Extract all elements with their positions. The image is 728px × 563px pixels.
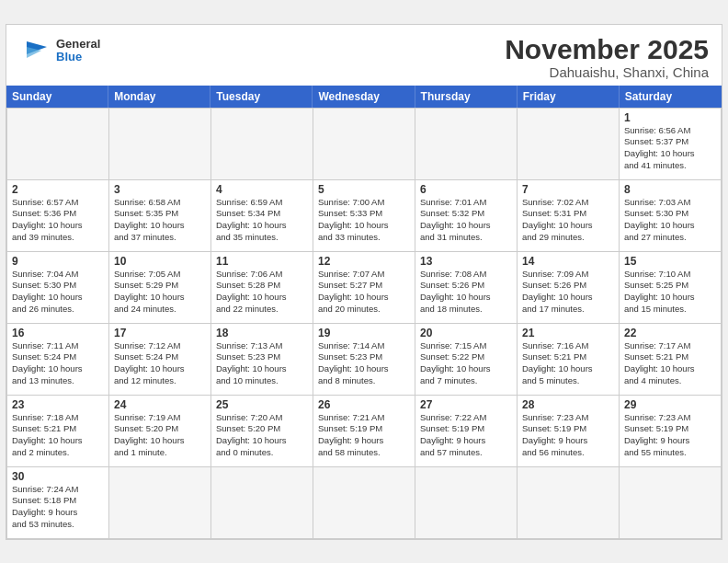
day-number: 2 (12, 183, 104, 196)
month-title: November 2025 (505, 34, 709, 64)
cell-sun-info: Sunrise: 7:23 AM Sunset: 5:19 PM Dayligh… (522, 412, 614, 459)
cell-sun-info: Sunrise: 7:04 AM Sunset: 5:30 PM Dayligh… (12, 269, 104, 316)
day-header-sunday: Sunday (6, 86, 108, 108)
calendar-cell: 22Sunrise: 7:17 AM Sunset: 5:21 PM Dayli… (620, 324, 722, 396)
calendar-cell: 12Sunrise: 7:07 AM Sunset: 5:27 PM Dayli… (313, 252, 415, 324)
day-number: 12 (318, 255, 410, 268)
calendar-cell: 7Sunrise: 7:02 AM Sunset: 5:31 PM Daylig… (518, 180, 620, 252)
day-number: 17 (114, 327, 206, 339)
day-number: 20 (420, 327, 512, 339)
cell-sun-info: Sunrise: 7:09 AM Sunset: 5:26 PM Dayligh… (522, 269, 614, 316)
day-number: 27 (420, 398, 512, 411)
calendar-cell: 18Sunrise: 7:13 AM Sunset: 5:23 PM Dayli… (211, 324, 313, 396)
calendar-cell (313, 467, 415, 539)
calendar-cell: 3Sunrise: 6:58 AM Sunset: 5:35 PM Daylig… (109, 180, 211, 252)
day-number: 5 (318, 183, 410, 196)
calendar-cell (415, 467, 518, 539)
calendar-cell: 6Sunrise: 7:01 AM Sunset: 5:32 PM Daylig… (415, 180, 518, 252)
calendar-cell (109, 467, 211, 539)
day-number: 13 (420, 255, 512, 268)
calendar-cell: 17Sunrise: 7:12 AM Sunset: 5:24 PM Dayli… (109, 324, 211, 396)
cell-sun-info: Sunrise: 7:18 AM Sunset: 5:21 PM Dayligh… (12, 412, 104, 459)
calendar-cell (211, 467, 313, 539)
day-header-saturday: Saturday (620, 86, 722, 108)
cell-sun-info: Sunrise: 7:15 AM Sunset: 5:22 PM Dayligh… (420, 340, 512, 387)
calendar-cell: 21Sunrise: 7:16 AM Sunset: 5:21 PM Dayli… (518, 324, 620, 396)
day-header-thursday: Thursday (415, 86, 518, 108)
day-number: 21 (522, 327, 614, 339)
calendar-cell: 19Sunrise: 7:14 AM Sunset: 5:23 PM Dayli… (313, 324, 415, 396)
calendar-cell: 11Sunrise: 7:06 AM Sunset: 5:28 PM Dayli… (211, 252, 313, 324)
calendar-cell: 20Sunrise: 7:15 AM Sunset: 5:22 PM Dayli… (415, 324, 518, 396)
day-number: 11 (216, 255, 308, 268)
cell-sun-info: Sunrise: 7:03 AM Sunset: 5:30 PM Dayligh… (624, 197, 716, 244)
day-number: 7 (522, 183, 614, 196)
cell-sun-info: Sunrise: 7:10 AM Sunset: 5:25 PM Dayligh… (624, 269, 716, 316)
day-headers-row: SundayMondayTuesdayWednesdayThursdayFrid… (6, 86, 722, 108)
cell-sun-info: Sunrise: 7:21 AM Sunset: 5:19 PM Dayligh… (318, 412, 410, 459)
cell-sun-info: Sunrise: 7:11 AM Sunset: 5:24 PM Dayligh… (12, 340, 104, 387)
cell-sun-info: Sunrise: 7:20 AM Sunset: 5:20 PM Dayligh… (216, 412, 308, 459)
day-number: 29 (624, 398, 716, 411)
day-number: 10 (114, 255, 206, 268)
calendar-cell: 15Sunrise: 7:10 AM Sunset: 5:25 PM Dayli… (620, 252, 722, 324)
cell-sun-info: Sunrise: 7:23 AM Sunset: 5:19 PM Dayligh… (624, 412, 716, 459)
calendar-cell: 4Sunrise: 6:59 AM Sunset: 5:34 PM Daylig… (211, 180, 313, 252)
calendar-cell: 25Sunrise: 7:20 AM Sunset: 5:20 PM Dayli… (211, 396, 313, 467)
calendar-cell (620, 467, 722, 539)
day-number: 26 (318, 398, 410, 411)
calendar-cell (211, 109, 313, 180)
day-header-wednesday: Wednesday (313, 86, 415, 108)
day-number: 6 (420, 183, 512, 196)
calendar-cell: 1Sunrise: 6:56 AM Sunset: 5:37 PM Daylig… (620, 109, 722, 180)
day-number: 3 (114, 183, 206, 196)
calendar-cell (518, 109, 620, 180)
calendar-grid: 1Sunrise: 6:56 AM Sunset: 5:37 PM Daylig… (6, 108, 722, 539)
day-header-friday: Friday (518, 86, 620, 108)
calendar-cell: 14Sunrise: 7:09 AM Sunset: 5:26 PM Dayli… (518, 252, 620, 324)
day-number: 18 (216, 327, 308, 339)
calendar-header: General Blue November 2025 Dahuaishu, Sh… (6, 25, 722, 86)
cell-sun-info: Sunrise: 7:17 AM Sunset: 5:21 PM Dayligh… (624, 340, 716, 387)
day-header-monday: Monday (108, 86, 210, 108)
calendar-cell (518, 467, 620, 539)
cell-sun-info: Sunrise: 7:16 AM Sunset: 5:21 PM Dayligh… (522, 340, 614, 387)
cell-sun-info: Sunrise: 7:08 AM Sunset: 5:26 PM Dayligh… (420, 269, 512, 316)
cell-sun-info: Sunrise: 7:12 AM Sunset: 5:24 PM Dayligh… (114, 340, 206, 387)
day-number: 9 (12, 255, 104, 268)
cell-sun-info: Sunrise: 6:59 AM Sunset: 5:34 PM Dayligh… (216, 197, 308, 244)
logo-icon (19, 38, 52, 63)
logo-blue-text: Blue (56, 50, 82, 63)
day-number: 4 (216, 183, 308, 196)
day-number: 22 (624, 327, 716, 339)
calendar-cell: 16Sunrise: 7:11 AM Sunset: 5:24 PM Dayli… (7, 324, 109, 396)
calendar-cell: 2Sunrise: 6:57 AM Sunset: 5:36 PM Daylig… (7, 180, 109, 252)
calendar-cell: 13Sunrise: 7:08 AM Sunset: 5:26 PM Dayli… (415, 252, 518, 324)
day-number: 14 (522, 255, 614, 268)
day-number: 19 (318, 327, 410, 339)
cell-sun-info: Sunrise: 7:07 AM Sunset: 5:27 PM Dayligh… (318, 269, 410, 316)
calendar-cell: 5Sunrise: 7:00 AM Sunset: 5:33 PM Daylig… (313, 180, 415, 252)
logo: General Blue (19, 38, 100, 64)
day-number: 24 (114, 398, 206, 411)
day-number: 15 (624, 255, 716, 268)
calendar-cell: 23Sunrise: 7:18 AM Sunset: 5:21 PM Dayli… (7, 396, 109, 467)
cell-sun-info: Sunrise: 7:00 AM Sunset: 5:33 PM Dayligh… (318, 197, 410, 244)
logo-text: General Blue (56, 38, 100, 64)
day-number: 30 (12, 470, 104, 483)
day-number: 25 (216, 398, 308, 411)
cell-sun-info: Sunrise: 7:19 AM Sunset: 5:20 PM Dayligh… (114, 412, 206, 459)
cell-sun-info: Sunrise: 6:56 AM Sunset: 5:37 PM Dayligh… (624, 125, 716, 172)
calendar-cell (415, 109, 518, 180)
calendar-cell: 8Sunrise: 7:03 AM Sunset: 5:30 PM Daylig… (620, 180, 722, 252)
location-title: Dahuaishu, Shanxi, China (505, 64, 709, 80)
calendar-cell (7, 109, 109, 180)
cell-sun-info: Sunrise: 6:58 AM Sunset: 5:35 PM Dayligh… (114, 197, 206, 244)
day-number: 28 (522, 398, 614, 411)
calendar-cell: 26Sunrise: 7:21 AM Sunset: 5:19 PM Dayli… (313, 396, 415, 467)
day-number: 23 (12, 398, 104, 411)
cell-sun-info: Sunrise: 7:01 AM Sunset: 5:32 PM Dayligh… (420, 197, 512, 244)
calendar-cell: 10Sunrise: 7:05 AM Sunset: 5:29 PM Dayli… (109, 252, 211, 324)
calendar-cell: 30Sunrise: 7:24 AM Sunset: 5:18 PM Dayli… (7, 467, 109, 539)
cell-sun-info: Sunrise: 7:06 AM Sunset: 5:28 PM Dayligh… (216, 269, 308, 316)
